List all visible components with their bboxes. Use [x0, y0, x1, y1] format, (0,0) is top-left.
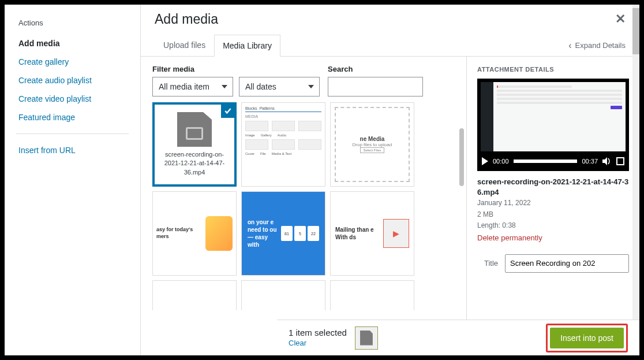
- filter-media-label: Filter media: [152, 65, 320, 73]
- attachments-grid: screen-recording-on-2021-12-21-at-14-47-…: [152, 102, 455, 310]
- expand-details-toggle[interactable]: Expand Details: [568, 40, 626, 50]
- sidebar-item-insert-from-url[interactable]: Insert from URL: [5, 141, 140, 159]
- sidebar-item-featured-image[interactable]: Featured image: [5, 108, 140, 127]
- modal-title: Add media: [155, 12, 218, 27]
- video-progress-bar[interactable]: [514, 159, 578, 163]
- clear-selection-link[interactable]: Clear: [289, 339, 306, 347]
- sidebar-divider: [16, 133, 129, 134]
- sidebar-item-add-media[interactable]: Add media: [5, 34, 140, 53]
- check-icon[interactable]: [221, 104, 235, 118]
- attachment-filename: screen-recording-on-2021-12-21-at-14-47-…: [155, 147, 234, 177]
- delete-permanently-link[interactable]: Delete permanently: [477, 233, 542, 242]
- dates-select[interactable]: All dates: [239, 77, 320, 97]
- details-size: 2 MB: [477, 209, 629, 220]
- sidebar-item-create-gallery[interactable]: Create gallery: [5, 53, 140, 71]
- insert-highlight: Insert into post: [546, 324, 628, 352]
- attachment-item[interactable]: Mailing than e With ds: [330, 191, 414, 276]
- attachment-item[interactable]: asy for today's mers: [152, 191, 237, 276]
- selection-thumbnail[interactable]: [355, 326, 378, 350]
- media-modal: Actions Add media Create gallery Create …: [5, 5, 639, 355]
- attachment-item[interactable]: PricingDemoResources: [241, 280, 325, 310]
- details-filename: screen-recording-on-2021-12-21-at-14-47-…: [477, 177, 629, 198]
- attachment-item[interactable]: ne MediaDrop files to uploadSelect Files: [330, 102, 414, 187]
- actions-sidebar: Actions Add media Create gallery Create …: [5, 5, 141, 355]
- details-scrollbar[interactable]: [632, 57, 639, 355]
- title-field[interactable]: [505, 254, 629, 273]
- attachment-item[interactable]: ild Conversion Boosting Forms: [152, 280, 237, 310]
- video-file-icon: [177, 112, 212, 147]
- sidebar-item-create-video-playlist[interactable]: Create video playlist: [5, 90, 140, 108]
- svg-marker-0: [602, 157, 607, 165]
- attachments-browser: Filter media All media item All dates Se…: [141, 57, 466, 355]
- tab-upload-files[interactable]: Upload files: [155, 34, 214, 56]
- details-heading: ATTACHMENT DETAILS: [477, 66, 629, 73]
- attachment-item[interactable]: BlocksPatterns MEDIA ImageGalleryAudio C…: [241, 102, 325, 187]
- details-length: Length: 0:38: [477, 220, 629, 231]
- search-label: Search: [328, 65, 423, 73]
- title-field-label: Title: [477, 259, 498, 268]
- sidebar-item-create-audio-playlist[interactable]: Create audio playlist: [5, 71, 140, 90]
- attachment-item[interactable]: screen-recording-on-2021-12-21-at-14-47-…: [152, 102, 237, 187]
- close-icon[interactable]: ✕: [615, 12, 626, 27]
- search-input[interactable]: [328, 77, 423, 97]
- video-duration: 00:37: [582, 158, 598, 165]
- modal-footer: 1 item selected Clear Insert into post: [277, 320, 639, 355]
- attachment-item[interactable]: PricingDemoResources: [330, 280, 414, 310]
- media-type-select[interactable]: All media item: [152, 77, 233, 97]
- attachment-details-panel: ATTACHMENT DETAILS 00:00 00:37 screen-re…: [466, 57, 639, 355]
- fullscreen-icon[interactable]: [616, 157, 624, 165]
- selection-count: 1 item selected: [289, 328, 347, 337]
- volume-icon[interactable]: [602, 157, 612, 165]
- main-panel: Add media ✕ Upload files Media Library E…: [141, 5, 639, 355]
- grid-scrollbar[interactable]: [459, 128, 464, 186]
- play-icon[interactable]: [482, 157, 488, 165]
- attachment-item[interactable]: on your e need to ou — easy with81522: [241, 191, 325, 276]
- tab-media-library[interactable]: Media Library: [214, 35, 280, 57]
- video-current-time: 00:00: [493, 158, 509, 165]
- video-file-icon: [360, 331, 373, 346]
- details-date: January 11, 2022: [477, 198, 629, 209]
- sidebar-heading: Actions: [5, 18, 140, 34]
- insert-into-post-button[interactable]: Insert into post: [550, 328, 624, 348]
- video-preview: 00:00 00:37: [477, 79, 629, 171]
